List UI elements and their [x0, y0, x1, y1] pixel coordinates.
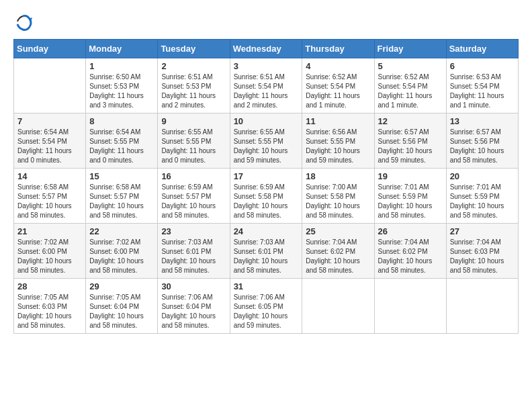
- page-header: [13, 13, 519, 32]
- day-info: Sunrise: 6:54 AM Sunset: 5:55 PM Dayligh…: [89, 128, 154, 165]
- day-info: Sunrise: 7:04 AM Sunset: 6:02 PM Dayligh…: [306, 238, 370, 275]
- day-number: 16: [161, 171, 226, 181]
- calendar-cell: 7Sunrise: 6:54 AM Sunset: 5:54 PM Daylig…: [14, 113, 86, 169]
- calendar-cell: 28Sunrise: 7:05 AM Sunset: 6:03 PM Dayli…: [14, 279, 86, 334]
- calendar-cell: 11Sunrise: 6:56 AM Sunset: 5:55 PM Dayli…: [302, 113, 374, 169]
- calendar-cell: 16Sunrise: 6:59 AM Sunset: 5:57 PM Dayli…: [158, 169, 230, 224]
- day-number: 17: [234, 171, 299, 181]
- calendar-week-row: 14Sunrise: 6:58 AM Sunset: 5:57 PM Dayli…: [14, 169, 519, 224]
- calendar-cell: [14, 58, 86, 113]
- day-info: Sunrise: 6:58 AM Sunset: 5:57 PM Dayligh…: [17, 183, 82, 220]
- day-info: Sunrise: 7:01 AM Sunset: 5:59 PM Dayligh…: [450, 183, 515, 220]
- day-number: 19: [378, 171, 443, 181]
- day-info: Sunrise: 7:03 AM Sunset: 6:01 PM Dayligh…: [161, 238, 226, 275]
- day-number: 25: [306, 226, 370, 236]
- calendar-cell: 29Sunrise: 7:05 AM Sunset: 6:04 PM Dayli…: [86, 279, 158, 334]
- logo-icon: [13, 13, 32, 32]
- calendar-cell: 22Sunrise: 7:02 AM Sunset: 6:00 PM Dayli…: [86, 224, 158, 279]
- day-number: 20: [450, 171, 515, 181]
- calendar-cell: 2Sunrise: 6:51 AM Sunset: 5:53 PM Daylig…: [158, 58, 230, 113]
- day-number: 6: [450, 61, 515, 71]
- calendar-cell: 6Sunrise: 6:53 AM Sunset: 5:54 PM Daylig…: [446, 58, 518, 113]
- day-number: 27: [450, 226, 515, 236]
- day-number: 23: [161, 226, 226, 236]
- weekday-header-wednesday: Wednesday: [230, 40, 302, 58]
- day-info: Sunrise: 6:58 AM Sunset: 5:57 PM Dayligh…: [89, 183, 154, 220]
- day-number: 11: [306, 116, 370, 126]
- calendar-cell: [302, 279, 374, 334]
- day-number: 9: [161, 116, 226, 126]
- calendar-week-row: 7Sunrise: 6:54 AM Sunset: 5:54 PM Daylig…: [14, 113, 519, 169]
- weekday-header-monday: Monday: [86, 40, 158, 58]
- calendar-cell: 24Sunrise: 7:03 AM Sunset: 6:01 PM Dayli…: [230, 224, 302, 279]
- calendar-cell: 12Sunrise: 6:57 AM Sunset: 5:56 PM Dayli…: [374, 113, 446, 169]
- day-info: Sunrise: 7:00 AM Sunset: 5:58 PM Dayligh…: [306, 183, 370, 220]
- calendar-cell: 23Sunrise: 7:03 AM Sunset: 6:01 PM Dayli…: [158, 224, 230, 279]
- calendar-cell: 9Sunrise: 6:55 AM Sunset: 5:55 PM Daylig…: [158, 113, 230, 169]
- day-number: 29: [89, 281, 154, 291]
- weekday-header-tuesday: Tuesday: [158, 40, 230, 58]
- day-number: 14: [17, 171, 82, 181]
- day-info: Sunrise: 6:51 AM Sunset: 5:54 PM Dayligh…: [234, 73, 299, 110]
- calendar-cell: 20Sunrise: 7:01 AM Sunset: 5:59 PM Dayli…: [446, 169, 518, 224]
- day-info: Sunrise: 7:06 AM Sunset: 6:04 PM Dayligh…: [161, 293, 226, 330]
- calendar-cell: 27Sunrise: 7:04 AM Sunset: 6:03 PM Dayli…: [446, 224, 518, 279]
- day-number: 28: [17, 281, 82, 291]
- day-info: Sunrise: 7:05 AM Sunset: 6:04 PM Dayligh…: [89, 293, 154, 330]
- day-info: Sunrise: 7:06 AM Sunset: 6:05 PM Dayligh…: [234, 293, 299, 330]
- day-number: 18: [306, 171, 370, 181]
- weekday-header-thursday: Thursday: [302, 40, 374, 58]
- day-number: 3: [234, 61, 299, 71]
- calendar-cell: 19Sunrise: 7:01 AM Sunset: 5:59 PM Dayli…: [374, 169, 446, 224]
- calendar-week-row: 28Sunrise: 7:05 AM Sunset: 6:03 PM Dayli…: [14, 279, 519, 334]
- weekday-header-saturday: Saturday: [446, 40, 518, 58]
- day-info: Sunrise: 6:54 AM Sunset: 5:54 PM Dayligh…: [17, 128, 82, 165]
- calendar-cell: 14Sunrise: 6:58 AM Sunset: 5:57 PM Dayli…: [14, 169, 86, 224]
- day-info: Sunrise: 7:02 AM Sunset: 6:00 PM Dayligh…: [17, 238, 82, 275]
- day-number: 22: [89, 226, 154, 236]
- calendar-cell: 8Sunrise: 6:54 AM Sunset: 5:55 PM Daylig…: [86, 113, 158, 169]
- day-info: Sunrise: 6:55 AM Sunset: 5:55 PM Dayligh…: [234, 128, 299, 165]
- calendar-cell: 10Sunrise: 6:55 AM Sunset: 5:55 PM Dayli…: [230, 113, 302, 169]
- day-number: 7: [17, 116, 82, 126]
- calendar-cell: 15Sunrise: 6:58 AM Sunset: 5:57 PM Dayli…: [86, 169, 158, 224]
- calendar-cell: 31Sunrise: 7:06 AM Sunset: 6:05 PM Dayli…: [230, 279, 302, 334]
- calendar-cell: 1Sunrise: 6:50 AM Sunset: 5:53 PM Daylig…: [86, 58, 158, 113]
- day-number: 1: [89, 61, 154, 71]
- calendar-cell: 17Sunrise: 6:59 AM Sunset: 5:58 PM Dayli…: [230, 169, 302, 224]
- day-info: Sunrise: 7:01 AM Sunset: 5:59 PM Dayligh…: [378, 183, 443, 220]
- weekday-header-sunday: Sunday: [14, 40, 86, 58]
- day-number: 31: [234, 281, 299, 291]
- day-info: Sunrise: 7:04 AM Sunset: 6:02 PM Dayligh…: [378, 238, 443, 275]
- day-info: Sunrise: 6:59 AM Sunset: 5:58 PM Dayligh…: [234, 183, 299, 220]
- calendar-cell: 30Sunrise: 7:06 AM Sunset: 6:04 PM Dayli…: [158, 279, 230, 334]
- calendar-cell: [446, 279, 518, 334]
- day-info: Sunrise: 6:56 AM Sunset: 5:55 PM Dayligh…: [306, 128, 370, 165]
- day-number: 12: [378, 116, 443, 126]
- calendar-cell: 25Sunrise: 7:04 AM Sunset: 6:02 PM Dayli…: [302, 224, 374, 279]
- day-number: 5: [378, 61, 443, 71]
- calendar-cell: 13Sunrise: 6:57 AM Sunset: 5:56 PM Dayli…: [446, 113, 518, 169]
- day-number: 2: [161, 61, 226, 71]
- day-info: Sunrise: 6:57 AM Sunset: 5:56 PM Dayligh…: [450, 128, 515, 165]
- day-info: Sunrise: 7:04 AM Sunset: 6:03 PM Dayligh…: [450, 238, 515, 275]
- day-info: Sunrise: 6:53 AM Sunset: 5:54 PM Dayligh…: [450, 73, 515, 110]
- day-info: Sunrise: 6:59 AM Sunset: 5:57 PM Dayligh…: [161, 183, 226, 220]
- day-info: Sunrise: 7:05 AM Sunset: 6:03 PM Dayligh…: [17, 293, 82, 330]
- calendar-cell: 4Sunrise: 6:52 AM Sunset: 5:54 PM Daylig…: [302, 58, 374, 113]
- day-info: Sunrise: 7:03 AM Sunset: 6:01 PM Dayligh…: [234, 238, 299, 275]
- calendar-cell: 26Sunrise: 7:04 AM Sunset: 6:02 PM Dayli…: [374, 224, 446, 279]
- calendar-cell: 5Sunrise: 6:52 AM Sunset: 5:54 PM Daylig…: [374, 58, 446, 113]
- calendar-cell: 18Sunrise: 7:00 AM Sunset: 5:58 PM Dayli…: [302, 169, 374, 224]
- day-number: 10: [234, 116, 299, 126]
- day-number: 15: [89, 171, 154, 181]
- day-number: 24: [234, 226, 299, 236]
- day-number: 13: [450, 116, 515, 126]
- calendar-week-row: 21Sunrise: 7:02 AM Sunset: 6:00 PM Dayli…: [14, 224, 519, 279]
- calendar-cell: 3Sunrise: 6:51 AM Sunset: 5:54 PM Daylig…: [230, 58, 302, 113]
- day-info: Sunrise: 6:52 AM Sunset: 5:54 PM Dayligh…: [306, 73, 370, 110]
- day-number: 4: [306, 61, 370, 71]
- day-info: Sunrise: 6:50 AM Sunset: 5:53 PM Dayligh…: [89, 73, 154, 110]
- calendar-table: SundayMondayTuesdayWednesdayThursdayFrid…: [13, 39, 519, 334]
- day-info: Sunrise: 6:52 AM Sunset: 5:54 PM Dayligh…: [378, 73, 443, 110]
